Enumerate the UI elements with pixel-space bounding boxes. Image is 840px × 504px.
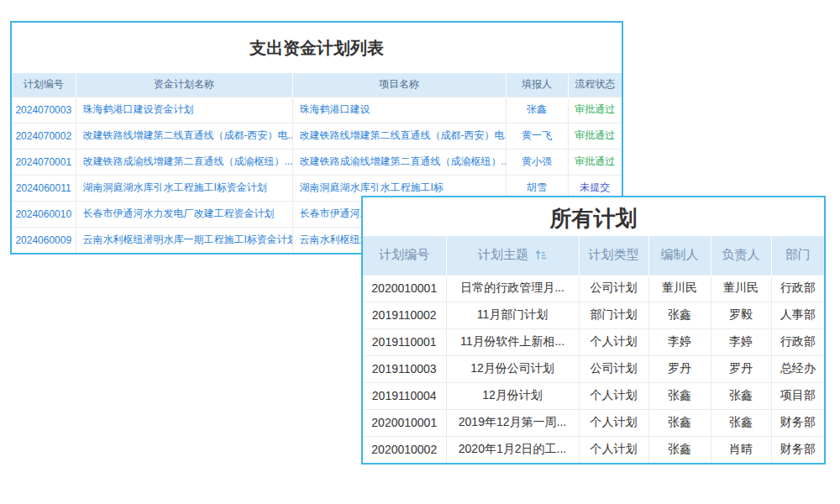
plan-name-link[interactable]: 改建铁路成渝线增建第二直通线（成渝枢纽）... [76, 149, 292, 175]
plan-creator-cell: 李婷 [648, 328, 711, 355]
plan-name-link[interactable]: 珠海鹤港口建设资金计划 [76, 97, 292, 123]
status-badge: 审批通过 [568, 97, 622, 123]
plan-topic-cell: 2019年12月第一周... [446, 409, 579, 436]
fund-plan-list-title: 支出资金计划列表 [12, 23, 622, 73]
plan-owner-cell: 董川民 [711, 275, 771, 302]
reporter-name: 张鑫 [506, 97, 568, 123]
plan-type-cell: 个人计划 [579, 436, 648, 463]
plan-id-link[interactable]: 2024070003 [12, 97, 76, 123]
plans-col-header-type: 计划类型 [579, 236, 648, 275]
plan-owner-cell: 罗丹 [711, 355, 771, 382]
plan-owner-cell: 罗毅 [711, 302, 771, 328]
plans-col-header-owner: 负责人 [711, 236, 771, 275]
plan-name-link[interactable]: 改建铁路线增建第二线直通线（成都-西安）电... [76, 123, 292, 149]
plan-dept-cell: 财务部 [771, 436, 824, 463]
plan-dept-cell: 总经办 [771, 355, 824, 382]
plan-creator-cell: 张鑫 [648, 302, 711, 328]
table-row: 2024070003 珠海鹤港口建设资金计划 珠海鹤港口建设 张鑫 审批通过 [12, 97, 622, 123]
plan-topic-cell: 2020年1月2日的工... [446, 436, 579, 463]
plan-name-link[interactable]: 云南水利枢纽潜明水库一期工程施工I标资金计划 [76, 227, 292, 253]
table-row: 2019110003 12月份公司计划 公司计划 罗丹 罗丹 总经办 [363, 355, 824, 382]
plan-topic-cell: 日常的行政管理月... [446, 275, 579, 302]
plans-col-header-plan-id: 计划编号 [363, 236, 446, 275]
plan-type-cell: 个人计划 [579, 382, 648, 409]
plan-id-link[interactable]: 2024070001 [12, 149, 76, 175]
status-badge: 审批通过 [568, 149, 622, 175]
plan-id-cell: 2019110002 [363, 302, 446, 328]
fund-col-header-plan-name: 资金计划名称 [76, 73, 292, 97]
fund-col-header-project-name: 项目名称 [292, 73, 506, 97]
table-row: 2024070001 改建铁路成渝线增建第二直通线（成渝枢纽）... 改建铁路成… [12, 149, 622, 175]
fund-col-header-plan-id: 计划编号 [12, 73, 76, 97]
all-plans-panel: 所有计划 计划编号 计划主题 [361, 196, 826, 465]
plan-id-link[interactable]: 2024070002 [12, 123, 76, 149]
plan-dept-cell: 行政部 [771, 275, 824, 302]
plan-name-link[interactable]: 长春市伊通河水力发电厂改建工程资金计划 [76, 201, 292, 227]
reporter-name: 黄一飞 [506, 123, 568, 149]
plan-type-cell: 个人计划 [579, 328, 648, 355]
table-row: 2019110004 12月份计划 个人计划 张鑫 张鑫 项目部 [363, 382, 824, 409]
plans-table-header-row: 计划编号 计划主题 [363, 236, 824, 275]
plans-col-header-topic[interactable]: 计划主题 [446, 236, 579, 275]
status-badge: 审批通过 [568, 123, 622, 149]
plan-creator-cell: 罗丹 [648, 355, 711, 382]
all-plans-table: 计划编号 计划主题 [363, 236, 824, 463]
table-row: 2020010002 2020年1月2日的工... 个人计划 张鑫 肖晴 财务部 [363, 436, 824, 463]
fund-col-header-reporter: 填报人 [506, 73, 568, 97]
project-name-link[interactable]: 改建铁路成渝线增建第二直通线（成渝枢纽）... [292, 149, 506, 175]
table-row: 2020010001 日常的行政管理月... 公司计划 董川民 董川民 行政部 [363, 275, 824, 302]
table-row: 2019110002 11月部门计划 部门计划 张鑫 罗毅 人事部 [363, 302, 824, 328]
all-plans-title: 所有计划 [363, 197, 824, 236]
plan-id-link[interactable]: 2024060009 [12, 227, 76, 253]
table-row: 2020010001 2019年12月第一周... 个人计划 张鑫 张鑫 财务部 [363, 409, 824, 436]
plan-dept-cell: 财务部 [771, 409, 824, 436]
table-row: 2024070002 改建铁路线增建第二线直通线（成都-西安）电... 改建铁路… [12, 123, 622, 149]
plan-id-cell: 2020010001 [363, 275, 446, 302]
plan-creator-cell: 张鑫 [648, 382, 711, 409]
plans-col-header-dept: 部门 [771, 236, 824, 275]
plan-id-cell: 2020010001 [363, 409, 446, 436]
fund-table-header-row: 计划编号 资金计划名称 项目名称 填报人 流程状态 [12, 73, 622, 97]
reporter-name: 黄小强 [506, 149, 568, 175]
plans-topic-header-label: 计划主题 [478, 247, 528, 261]
plan-id-cell: 2019110004 [363, 382, 446, 409]
plan-topic-cell: 11月份软件上新相... [446, 328, 579, 355]
plan-dept-cell: 人事部 [771, 302, 824, 328]
plan-dept-cell: 行政部 [771, 328, 824, 355]
plan-id-cell: 2019110003 [363, 355, 446, 382]
plan-dept-cell: 项目部 [771, 382, 824, 409]
plan-id-cell: 2020010002 [363, 436, 446, 463]
plan-type-cell: 部门计划 [579, 302, 648, 328]
plan-id-link[interactable]: 2024060011 [12, 175, 76, 201]
plan-type-cell: 个人计划 [579, 409, 648, 436]
plan-owner-cell: 李婷 [711, 328, 771, 355]
plan-topic-cell: 12月份计划 [446, 382, 579, 409]
plan-id-cell: 2019110001 [363, 328, 446, 355]
fund-col-header-status: 流程状态 [568, 73, 622, 97]
plan-owner-cell: 肖晴 [711, 436, 771, 463]
plans-col-header-creator: 编制人 [648, 236, 711, 275]
plan-creator-cell: 董川民 [648, 275, 711, 302]
plan-creator-cell: 张鑫 [648, 436, 711, 463]
plan-id-link[interactable]: 2024060010 [12, 201, 76, 227]
plan-type-cell: 公司计划 [579, 275, 648, 302]
plan-name-link[interactable]: 湖南洞庭湖水库引水工程施工I标资金计划 [76, 175, 292, 201]
project-name-link[interactable]: 珠海鹤港口建设 [292, 97, 506, 123]
plan-owner-cell: 张鑫 [711, 382, 771, 409]
plan-topic-cell: 12月份公司计划 [446, 355, 579, 382]
project-name-link[interactable]: 改建铁路线增建第二线直通线（成都-西安）电... [292, 123, 506, 149]
plan-topic-cell: 11月部门计划 [446, 302, 579, 328]
plan-type-cell: 公司计划 [579, 355, 648, 382]
sort-ascending-icon[interactable] [535, 249, 547, 263]
plan-owner-cell: 张鑫 [711, 409, 771, 436]
table-row: 2019110001 11月份软件上新相... 个人计划 李婷 李婷 行政部 [363, 328, 824, 355]
plan-creator-cell: 张鑫 [648, 409, 711, 436]
